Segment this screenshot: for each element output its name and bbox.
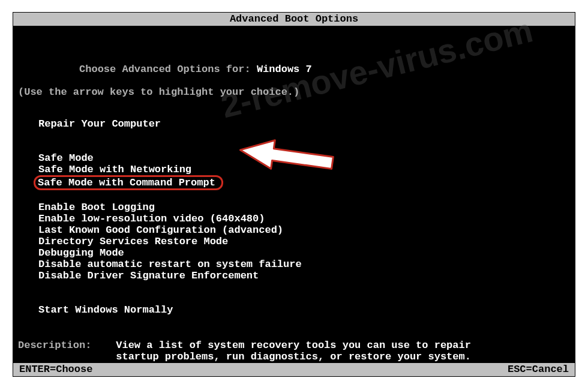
- description-label: Description:: [18, 340, 116, 362]
- title-bar: Advanced Boot Options: [13, 13, 575, 26]
- screen-body: Choose Advanced Options for: Windows 7 (…: [18, 26, 570, 363]
- menu-item-boot-logging[interactable]: Enable Boot Logging: [36, 202, 157, 213]
- menu-item-repair[interactable]: Repair Your Computer: [36, 118, 163, 130]
- intro-hint: (Use the arrow keys to highlight your ch…: [18, 86, 570, 98]
- menu-item-lowres[interactable]: Enable low-resolution video (640x480): [36, 213, 267, 224]
- menu-item-debugging[interactable]: Debugging Mode: [36, 247, 127, 259]
- menu-group-2: Enable Boot Logging Enable low-resolutio…: [36, 202, 570, 281]
- menu-item-ds-restore[interactable]: Directory Services Restore Mode: [36, 236, 230, 247]
- menu-group-1: Safe Mode Safe Mode with Networking Safe…: [36, 152, 570, 190]
- menu-item-lkgc[interactable]: Last Known Good Configuration (advanced): [36, 224, 286, 236]
- menu-item-disable-driver-sig[interactable]: Disable Driver Signature Enforcement: [36, 270, 261, 281]
- footer-esc: ESC=Cancel: [508, 363, 569, 376]
- boot-screen: 2-remove-virus.com Advanced Boot Options…: [13, 12, 575, 377]
- description-text: View a list of system recovery tools you…: [116, 340, 500, 362]
- menu-item-safe-mode-networking[interactable]: Safe Mode with Networking: [36, 164, 194, 175]
- menu-item-safe-mode-cmd[interactable]: Safe Mode with Command Prompt: [34, 175, 223, 190]
- page-title: Advanced Boot Options: [230, 13, 358, 25]
- menu-item-safe-mode[interactable]: Safe Mode: [36, 152, 96, 164]
- intro-os: Windows 7: [257, 64, 312, 75]
- menu-item-start-normally[interactable]: Start Windows Normally: [36, 304, 175, 316]
- menu-group-0: Repair Your Computer: [36, 118, 570, 130]
- intro-prefix: Choose Advanced Options for:: [79, 64, 257, 75]
- footer-enter: ENTER=Choose: [19, 363, 92, 376]
- description-block: Description: View a list of system recov…: [18, 340, 570, 362]
- menu-group-3: Start Windows Normally: [36, 304, 570, 316]
- menu-item-disable-auto-restart[interactable]: Disable automatic restart on system fail…: [36, 259, 304, 270]
- intro-block: Choose Advanced Options for: Windows 7 (…: [18, 52, 570, 98]
- footer-bar: ENTER=Choose ESC=Cancel: [13, 363, 575, 376]
